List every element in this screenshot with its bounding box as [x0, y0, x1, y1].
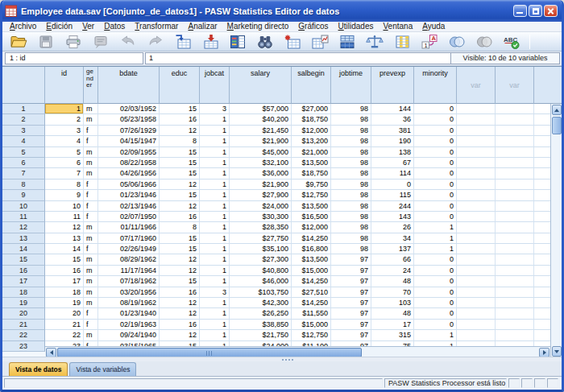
- split-file-icon[interactable]: [338, 33, 356, 50]
- grid-cell[interactable]: 13: [45, 233, 84, 244]
- grid-cell[interactable]: 97: [331, 276, 371, 287]
- grid-cell[interactable]: 0: [414, 287, 457, 298]
- grid-cell[interactable]: [496, 158, 534, 168]
- grid-cell[interactable]: f: [84, 201, 98, 212]
- grid-cell[interactable]: 0: [414, 158, 457, 168]
- grid-cell[interactable]: 97: [331, 287, 371, 298]
- row-header[interactable]: 16: [2, 266, 45, 276]
- menu-item-archivo[interactable]: Archivo: [5, 22, 41, 31]
- grid-cell[interactable]: $13,200: [292, 136, 331, 146]
- goto-case-icon[interactable]: [173, 33, 192, 50]
- grid-cell[interactable]: $45,000: [230, 147, 292, 158]
- grid-cell[interactable]: [496, 244, 534, 254]
- grid-cell[interactable]: 08/22/1958: [98, 158, 160, 168]
- minimize-button[interactable]: [513, 5, 527, 17]
- grid-cell[interactable]: 12: [45, 222, 84, 233]
- grid-cell[interactable]: f: [84, 126, 98, 136]
- grid-cell[interactable]: [457, 168, 496, 179]
- grid-cell[interactable]: f: [84, 244, 98, 254]
- grid-cell[interactable]: 98: [331, 179, 371, 190]
- grid-cell[interactable]: 0: [414, 126, 457, 136]
- grid-cell[interactable]: 3: [200, 104, 230, 114]
- grid-cell[interactable]: 1: [200, 136, 230, 146]
- grid-cell[interactable]: [457, 266, 496, 276]
- grid-cell[interactable]: [496, 233, 534, 244]
- grid-cell[interactable]: 244: [371, 201, 414, 212]
- grid-cell[interactable]: $13,500: [292, 201, 331, 212]
- grid-cell[interactable]: [496, 114, 534, 125]
- grid-cell[interactable]: 16: [45, 266, 84, 276]
- grid-cell[interactable]: m: [84, 298, 98, 308]
- grid-cell[interactable]: 98: [331, 158, 371, 168]
- grid-cell[interactable]: $13,500: [292, 254, 331, 265]
- menu-item-transformar[interactable]: Transformar: [130, 22, 183, 31]
- grid-cell[interactable]: [496, 136, 534, 146]
- grid-cell[interactable]: [496, 298, 534, 308]
- grid-cell[interactable]: 98: [331, 190, 371, 200]
- grid-cell[interactable]: 15: [45, 254, 84, 265]
- column-header-bdate[interactable]: bdate: [98, 67, 160, 104]
- row-header[interactable]: 8: [2, 179, 45, 190]
- grid-cell[interactable]: f: [84, 320, 98, 330]
- grid-cell[interactable]: 6: [45, 158, 84, 168]
- grid-cell[interactable]: 24: [371, 266, 414, 276]
- grid-cell[interactable]: 98: [331, 126, 371, 136]
- menu-item-ver[interactable]: Ver: [77, 22, 99, 31]
- grid-cell[interactable]: 1: [200, 266, 230, 276]
- grid-cell[interactable]: [457, 126, 496, 136]
- grid-cell[interactable]: 07/18/1962: [98, 276, 160, 287]
- menu-item-gr-ficos[interactable]: Gráficos: [293, 22, 333, 31]
- grid-cell[interactable]: 12: [160, 330, 200, 340]
- grid-cell[interactable]: 15: [160, 147, 200, 158]
- column-header-var-10[interactable]: var: [457, 67, 496, 104]
- grid-cell[interactable]: 3: [200, 287, 230, 298]
- grid-cell[interactable]: $18,750: [292, 114, 331, 125]
- grid-cell[interactable]: 315: [371, 330, 414, 340]
- grid-cell[interactable]: $21,450: [230, 126, 292, 136]
- grid-cell[interactable]: 26: [371, 222, 414, 233]
- grid-cell[interactable]: 0: [414, 254, 457, 265]
- grid-cell[interactable]: 1: [414, 244, 457, 254]
- grid-cell[interactable]: 137: [371, 244, 414, 254]
- grid-cell[interactable]: 0: [414, 266, 457, 276]
- grid-cell[interactable]: 1: [200, 254, 230, 265]
- row-header[interactable]: 10: [2, 201, 45, 212]
- grid-cell[interactable]: $27,900: [230, 190, 292, 200]
- grid-cell[interactable]: 0: [414, 308, 457, 319]
- menu-item-ventana[interactable]: Ventana: [378, 22, 417, 31]
- grid-cell[interactable]: m: [84, 287, 98, 298]
- grid-cell[interactable]: 08/19/1962: [98, 298, 160, 308]
- grid-cell[interactable]: $14,250: [292, 298, 331, 308]
- grid-cell[interactable]: [457, 287, 496, 298]
- grid-cell[interactable]: $40,800: [230, 266, 292, 276]
- vertical-scrollbar[interactable]: [550, 104, 562, 357]
- grid-cell[interactable]: $28,350: [230, 222, 292, 233]
- grid-cell[interactable]: $9,750: [292, 179, 331, 190]
- grid-cell[interactable]: 1: [200, 276, 230, 287]
- grid-cell[interactable]: [457, 104, 496, 114]
- grid-cell[interactable]: [496, 276, 534, 287]
- grid-cell[interactable]: 0: [414, 104, 457, 114]
- row-header[interactable]: 9: [2, 190, 45, 200]
- grid-cell[interactable]: 18: [45, 287, 84, 298]
- grid-cell[interactable]: 103: [371, 298, 414, 308]
- grid-cell[interactable]: 97: [331, 308, 371, 319]
- grid-cell[interactable]: $27,000: [292, 104, 331, 114]
- grid-cell[interactable]: 0: [414, 201, 457, 212]
- grid-cell[interactable]: 12: [160, 201, 200, 212]
- column-header-salary[interactable]: salary: [230, 67, 292, 104]
- grid-cell[interactable]: 98: [331, 114, 371, 125]
- grid-cell[interactable]: m: [84, 330, 98, 340]
- grid-cell[interactable]: 14: [45, 244, 84, 254]
- grid-cell[interactable]: [496, 201, 534, 212]
- row-header[interactable]: 5: [2, 147, 45, 158]
- grid-cell[interactable]: 7: [45, 168, 84, 179]
- grid-cell[interactable]: $24,000: [230, 201, 292, 212]
- grid-cell[interactable]: $27,510: [292, 287, 331, 298]
- grid-cell[interactable]: 02/09/1955: [98, 147, 160, 158]
- grid-cell[interactable]: 1: [200, 158, 230, 168]
- grid-cell[interactable]: [496, 222, 534, 233]
- grid-cell[interactable]: [496, 212, 534, 222]
- grid-cell[interactable]: 48: [371, 276, 414, 287]
- grid-cell[interactable]: $38,850: [230, 320, 292, 330]
